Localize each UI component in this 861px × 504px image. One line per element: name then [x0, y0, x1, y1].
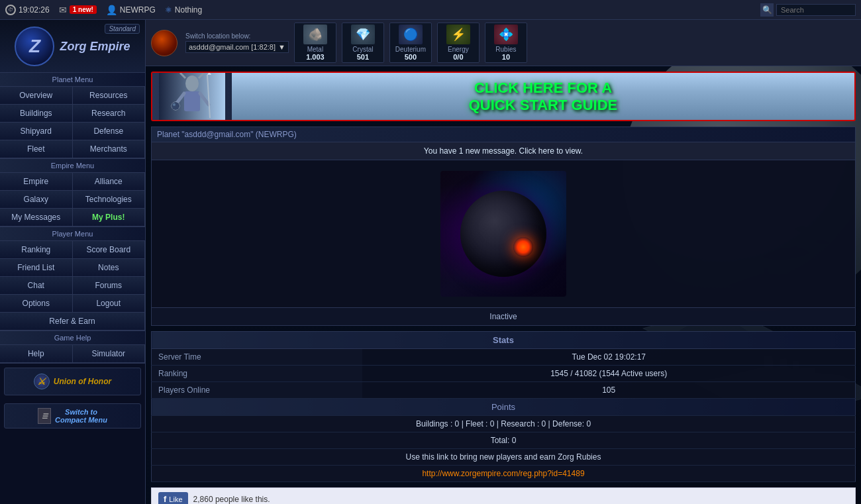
banner-line2: QUICK START GUIDE: [469, 97, 617, 113]
sidebar-item-logout[interactable]: Logout: [73, 295, 146, 313]
planet-thumbnail: [151, 30, 177, 56]
banner-text: CLICK HERE FOR A QUICK START GUIDE: [469, 79, 617, 114]
like-bar: f Like 2,860 people like this.: [151, 487, 856, 504]
ranking-label: Ranking: [152, 366, 363, 382]
svg-point-31: [173, 103, 176, 106]
sidebar-item-forums[interactable]: Forums: [73, 277, 146, 295]
planet-dropdown-value: asddd@gmail.com [1:82:8]: [189, 43, 276, 51]
points-header: Points: [152, 399, 856, 416]
sidebar-item-buildings[interactable]: Buildings: [0, 105, 73, 123]
resource-rubies: 💠 Rubies 10: [485, 23, 527, 63]
sidebar-item-technologies[interactable]: Technologies: [73, 191, 146, 209]
new-messages-badge[interactable]: 1 new!: [70, 5, 97, 14]
sidebar-item-chat[interactable]: Chat: [0, 277, 73, 295]
energy-icon: ⚡: [446, 25, 470, 44]
player-area: 👤 NEWRPG: [106, 5, 156, 15]
energy-label: Energy: [448, 46, 469, 53]
sidebar-item-refernearn[interactable]: Refer & Earn: [0, 313, 145, 330]
resource-crystal: 💎 Crystal 501: [342, 23, 384, 63]
ranking-value: 1545 / 41082 (1544 Active users): [362, 366, 855, 382]
svg-rect-24: [184, 91, 200, 111]
crystal-label: Crystal: [352, 46, 373, 53]
sidebar-item-defense[interactable]: Defense: [73, 123, 146, 140]
player-icon: 👤: [106, 5, 117, 15]
sidebar-item-options[interactable]: Options: [0, 295, 73, 313]
facebook-like-button[interactable]: f Like: [158, 492, 188, 504]
sidebar-item-help[interactable]: Help: [0, 345, 73, 363]
buildings-points: Buildings : 0 | Fleet : 0 | Research : 0…: [152, 416, 856, 432]
total-points: Total: 0: [152, 432, 856, 449]
planet-status: Inactive: [152, 307, 855, 325]
players-online-label: Players Online: [152, 382, 363, 399]
logo-area: Z Zorg Empire Standard: [0, 20, 145, 73]
sidebar-item-friendlist[interactable]: Friend List: [0, 259, 73, 277]
server-time-label: Server Time: [152, 349, 363, 366]
planet-sphere: [460, 191, 546, 277]
logo-letter: Z: [29, 36, 40, 57]
logo-icon: Z: [15, 26, 54, 66]
logo-title-rest: org Empire: [67, 40, 130, 53]
sidebar-item-resources[interactable]: Resources: [73, 87, 146, 105]
like-count-text: 2,860 people like this.: [193, 495, 270, 504]
banner-character: [152, 72, 232, 121]
mail-icon: ✉: [59, 5, 67, 15]
sidebar-item-merchants[interactable]: Merchants: [73, 140, 146, 158]
sidebar-item-notes[interactable]: Notes: [73, 259, 146, 277]
switch-label: Switch toCompact Menu: [55, 408, 107, 424]
sidebar-item-myplus[interactable]: My Plus!: [73, 209, 146, 227]
banner-line1: CLICK HERE FOR A: [474, 79, 612, 96]
sidebar-item-empire[interactable]: Empire: [0, 173, 73, 191]
search-glass-icon: 🔍: [760, 3, 774, 17]
rubies-value: 10: [502, 53, 510, 61]
referral-link-row[interactable]: http://www.zorgempire.com/reg.php?id=414…: [152, 466, 856, 482]
sidebar-item-galaxy[interactable]: Galaxy: [0, 191, 73, 209]
planet-dropdown[interactable]: asddd@gmail.com [1:82:8] ▼: [185, 41, 289, 53]
game-help-section: Game Help Help Simulator: [0, 331, 145, 364]
switch-icon: ☰: [38, 408, 51, 424]
clock-icon: ⏱: [5, 5, 16, 15]
sidebar-item-overview[interactable]: Overview: [0, 87, 73, 105]
players-online-value: 105: [362, 382, 855, 399]
union-icon: ⚔: [34, 374, 50, 389]
union-label: Union of Honor: [54, 377, 111, 386]
sidebar-item-simulator[interactable]: Simulator: [73, 345, 146, 363]
quick-start-banner[interactable]: CLICK HERE FOR A QUICK START GUIDE: [151, 72, 856, 121]
deuterium-label: Deuterium: [395, 46, 426, 53]
new-message-bar[interactable]: You have 1 new message. Click here to vi…: [152, 142, 855, 160]
sidebar-item-research[interactable]: Research: [73, 105, 146, 123]
research-icon: ⚛: [165, 5, 172, 15]
sidebar-item-alliance[interactable]: Alliance: [73, 173, 146, 191]
referral-link[interactable]: http://www.zorgempire.com/reg.php?id=414…: [422, 469, 584, 478]
deuterium-value: 500: [405, 53, 417, 61]
resource-deuterium: 🔵 Deuterium 500: [389, 23, 432, 63]
player-menu-section: Player Menu Ranking Score Board Friend L…: [0, 227, 145, 331]
rubies-label: Rubies: [495, 46, 516, 53]
resources-bar: Switch location below: asddd@gmail.com […: [146, 20, 861, 66]
search-input[interactable]: [776, 4, 856, 16]
search-area[interactable]: 🔍: [760, 3, 856, 17]
resource-metal: 🪨 Metal 1.003: [294, 23, 336, 63]
planet-image: [440, 171, 566, 297]
sidebar-item-fleet[interactable]: Fleet: [0, 140, 73, 158]
logo-title-z: Z: [60, 40, 67, 53]
svg-point-30: [172, 102, 179, 110]
union-of-honor-button[interactable]: ⚔ Union of Honor: [4, 368, 141, 395]
player-menu-title: Player Menu: [0, 227, 145, 241]
svg-point-21: [185, 76, 199, 91]
sidebar: Z Zorg Empire Standard Planet Menu Overv…: [0, 20, 146, 504]
game-help-title: Game Help: [0, 331, 145, 345]
switch-compact-button[interactable]: ☰ Switch toCompact Menu: [4, 403, 141, 428]
stats-header: Stats: [152, 332, 856, 349]
sidebar-item-mymessages[interactable]: My Messages: [0, 209, 73, 227]
messages-area[interactable]: ✉ 1 new!: [59, 5, 97, 15]
banner-sky: CLICK HERE FOR A QUICK START GUIDE: [232, 73, 854, 120]
sidebar-item-shipyard[interactable]: Shipyard: [0, 123, 73, 140]
empire-menu-title: Empire Menu: [0, 159, 145, 173]
page-area: CLICK HERE FOR A QUICK START GUIDE Plane…: [146, 66, 861, 504]
logo-standard-badge: Standard: [105, 24, 140, 34]
resource-energy: ⚡ Energy 0/0: [437, 23, 480, 63]
planet-selector[interactable]: Switch location below: asddd@gmail.com […: [185, 32, 289, 53]
time-display: ⏱ 19:02:26: [5, 5, 50, 15]
sidebar-item-scoreboard[interactable]: Score Board: [73, 241, 146, 259]
sidebar-item-ranking[interactable]: Ranking: [0, 241, 73, 259]
